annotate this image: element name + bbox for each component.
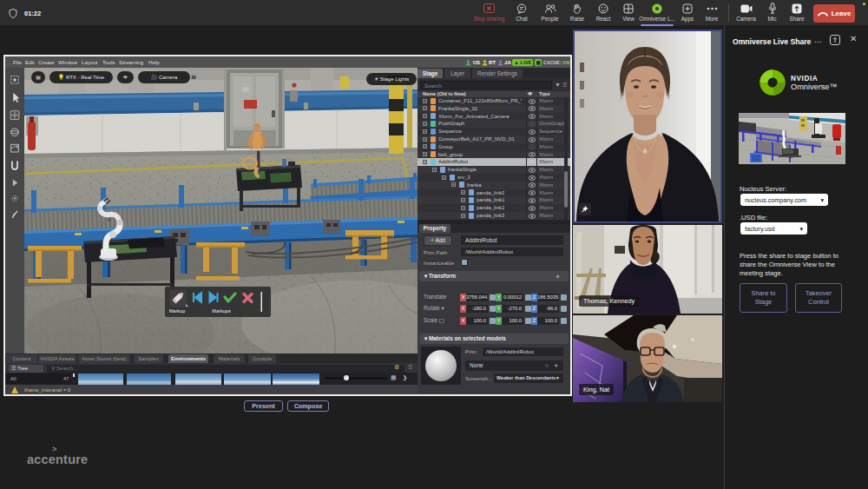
svg-text:Markups: Markups <box>212 308 231 314</box>
svg-text:Markup: Markup <box>169 308 186 314</box>
